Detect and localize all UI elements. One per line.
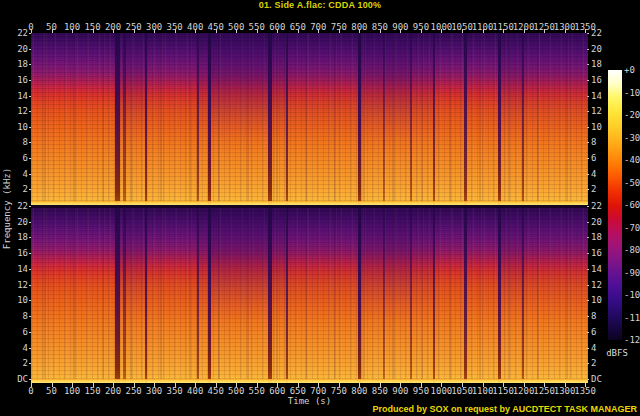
time-tick-label-bottom: 900 [392,387,408,396]
freq-tick-label-right: 8 [591,312,596,321]
freq-tick-label-left: 8 [6,312,28,321]
time-tick-label-bottom: 650 [290,387,306,396]
freq-tick-label-right: DC [591,375,602,384]
track-gap [115,208,120,383]
freq-tick-label-left: 10 [6,123,28,132]
time-tick-label-bottom: 700 [310,387,326,396]
track-gap [522,208,524,383]
track-segment [383,33,410,205]
track-segment [31,208,115,383]
colorbar-tick-label: -50 [624,179,640,188]
colorbar-tick-label: -120 [624,336,640,345]
time-tick-label-bottom: 550 [249,387,265,396]
freq-tick-label-right: 2 [591,359,596,368]
track-gap [522,33,524,205]
colorbar [608,70,622,340]
credit-text: Produced by SOX on request by AUCDTECT T… [372,404,637,414]
time-tick-label-bottom: 1200 [513,387,535,396]
track-gap [358,208,361,383]
colorbar-tick-label: -80 [624,246,640,255]
page-title: 01. Side A.flac: CDDA 100% [0,0,640,10]
time-tick-label-bottom: 750 [331,387,347,396]
track-segment [498,208,522,383]
time-tick-label-bottom: 50 [46,387,57,396]
track-gap [498,33,501,205]
track-segment [383,208,410,383]
freq-tick-label-left: 22 [6,29,28,38]
track-gap [498,208,501,383]
colorbar-tick-label: -90 [624,269,640,278]
freq-tick-label-right: 22 [591,29,602,38]
track-gap [358,33,361,205]
freq-tick-label-right: 6 [591,154,596,163]
time-tick-label-bottom: 300 [146,387,162,396]
time-tick-label-bottom: 1100 [472,387,494,396]
freq-tick-label-right: 16 [591,76,602,85]
freq-tick-label-right: 6 [591,328,596,337]
time-tick-label-bottom: 200 [105,387,121,396]
track-gap [197,208,199,383]
colorbar-tick-label: -110 [624,314,640,323]
freq-tick-label-right: 20 [591,45,602,54]
time-tick-label-bottom: 250 [125,387,141,396]
track-segment [433,208,464,383]
track-segment [410,33,433,205]
colorbar-tick-label: -70 [624,224,640,233]
track-segment [522,33,588,205]
colorbar-tick-label: -30 [624,134,640,143]
freq-tick-label-left: 18 [6,60,28,69]
freq-tick-label-left: 16 [6,76,28,85]
spectrogram-channel-1 [31,33,588,205]
colorbar-unit-label: dBFS [598,348,636,358]
colorbar-tick-label: +0 [624,66,635,75]
track-gap [268,33,272,205]
dc-bright-strip [31,379,588,383]
track-segment [433,33,464,205]
track-gap [433,208,435,383]
freq-tick-label-right: 8 [591,138,596,147]
freq-tick-label-left: 4 [6,344,28,353]
track-segment [286,33,358,205]
track-gap [410,33,412,205]
track-gap [464,208,467,383]
freq-tick-label-right: 10 [591,296,602,305]
track-gap [433,33,435,205]
track-gap [208,33,211,205]
time-tick-label-bottom: 1150 [492,387,514,396]
freq-tick-label-right: 10 [591,123,602,132]
colorbar-tick-label: -20 [624,111,640,120]
freq-tick-label-right: 4 [591,170,596,179]
track-gap [383,33,385,205]
track-gap [286,208,288,383]
time-tick-label-bottom: 950 [413,387,429,396]
track-segment [358,208,383,383]
track-segment [498,33,522,205]
track-gap [268,208,272,383]
freq-tick-label-left: 12 [6,281,28,290]
freq-tick-mark-right [587,206,589,207]
track-segment [464,208,498,383]
spectrogram-image: 01. Side A.flac: CDDA 100% 0050501001001… [0,0,640,416]
track-segment [358,33,383,205]
track-segment [208,33,268,205]
freq-tick-label-right: 12 [591,281,602,290]
track-segment [145,208,197,383]
track-gap [123,208,126,383]
colorbar-tick-label: -10 [624,89,640,98]
colorbar-tick-label: -100 [624,291,640,300]
freq-tick-label-left: 2 [6,359,28,368]
freq-tick-label-left: 10 [6,296,28,305]
freq-tick-label-right: 4 [591,344,596,353]
time-tick-label-bottom: 1300 [554,387,576,396]
freq-tick-label-right: 20 [591,218,602,227]
track-segment [286,208,358,383]
time-tick-label-bottom: 1000 [431,387,453,396]
time-tick-label-bottom: 400 [187,387,203,396]
track-gap [123,33,126,205]
time-tick-label-bottom: 350 [167,387,183,396]
time-tick-label-bottom: 600 [269,387,285,396]
time-tick-label-bottom: 100 [64,387,80,396]
colorbar-tick-label: -60 [624,201,640,210]
time-tick-label-bottom: 0 [28,387,33,396]
freq-tick-label-right: 18 [591,60,602,69]
